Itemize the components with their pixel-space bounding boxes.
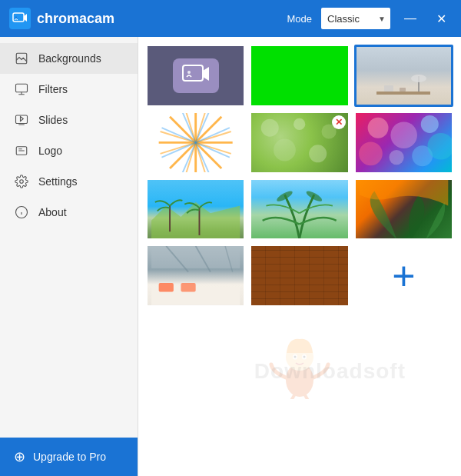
close-button[interactable]: ✕ <box>430 8 452 29</box>
svg-point-1 <box>15 17 17 18</box>
svg-point-36 <box>359 141 383 165</box>
background-thumb-brick[interactable] <box>250 245 349 307</box>
svg-rect-10 <box>376 92 430 95</box>
mode-selector[interactable]: Classic Virtual Custom ▼ <box>321 8 390 29</box>
background-thumb-interior[interactable] <box>146 245 245 307</box>
logo-icon <box>9 8 31 29</box>
sidebar-item-about[interactable]: About <box>0 197 138 228</box>
svg-rect-4 <box>16 115 28 124</box>
sidebar-item-filters[interactable]: Filters <box>0 74 138 105</box>
mode-label: Mode <box>287 13 312 25</box>
background-thumb-tropical[interactable] <box>354 178 453 241</box>
filters-icon <box>14 82 29 97</box>
svg-rect-3 <box>16 84 28 92</box>
app-name: chromacam <box>37 11 114 27</box>
chromacam-logo-icon <box>173 58 219 93</box>
mode-select[interactable]: Classic Virtual Custom <box>321 8 390 29</box>
background-thumb-sunburst[interactable] <box>146 112 245 174</box>
plus-icon: + <box>392 256 415 296</box>
sidebar-item-settings[interactable]: Settings <box>0 166 138 197</box>
app-logo: chromacam <box>9 8 287 29</box>
background-thumb-green[interactable] <box>250 45 349 107</box>
filters-label: Filters <box>38 83 68 95</box>
add-background-button[interactable]: + <box>354 245 453 307</box>
about-icon <box>14 205 29 220</box>
slides-label: Slides <box>38 114 68 126</box>
main-layout: Backgrounds Filters Sl <box>0 37 461 476</box>
svg-point-12 <box>411 75 426 82</box>
background-thumb-palm-sunny[interactable] <box>146 178 245 241</box>
upgrade-circle-icon: ⊕ <box>14 448 25 465</box>
background-thumb-logo[interactable] <box>146 45 245 107</box>
svg-point-43 <box>305 189 323 203</box>
mascot-figure <box>265 330 334 399</box>
background-thumb-palm-close[interactable] <box>250 178 349 241</box>
titlebar: chromacam Mode Classic Virtual Custom ▼ … <box>0 0 461 37</box>
upgrade-label: Upgrade to Pro <box>33 451 106 463</box>
sidebar-item-slides[interactable]: Slides <box>0 105 138 135</box>
about-label: About <box>38 206 67 218</box>
delete-badge[interactable]: ✕ <box>332 115 346 129</box>
sidebar-nav: Backgrounds Filters Sl <box>0 37 138 438</box>
background-thumb-color-bokeh[interactable] <box>354 112 453 174</box>
titlebar-controls: Mode Classic Virtual Custom ▼ — ✕ <box>287 8 452 29</box>
settings-label: Settings <box>38 175 78 188</box>
sidebar-item-logo[interactable]: Logo <box>0 135 138 166</box>
logo-nav-icon <box>14 143 29 158</box>
svg-point-37 <box>389 150 403 165</box>
svg-point-32 <box>309 145 327 162</box>
minimize-button[interactable]: — <box>400 8 421 29</box>
svg-point-42 <box>276 189 294 203</box>
svg-point-35 <box>420 115 438 133</box>
svg-rect-0 <box>13 13 24 22</box>
background-thumb-room[interactable] <box>354 45 453 107</box>
backgrounds-grid: ✕ <box>138 37 461 315</box>
svg-rect-50 <box>181 284 195 293</box>
sidebar-item-backgrounds[interactable]: Backgrounds <box>0 43 138 74</box>
svg-point-56 <box>303 356 306 358</box>
svg-rect-13 <box>384 85 393 92</box>
content-area: ✕ <box>138 37 461 476</box>
svg-point-29 <box>294 118 305 130</box>
upgrade-button[interactable]: ⊕ Upgrade to Pro <box>0 438 138 476</box>
logo-label: Logo <box>38 145 62 157</box>
svg-point-9 <box>187 71 191 74</box>
svg-rect-49 <box>159 284 174 293</box>
background-thumb-bokeh[interactable]: ✕ <box>250 112 349 174</box>
backgrounds-icon <box>14 51 29 66</box>
svg-point-28 <box>261 119 279 137</box>
svg-point-34 <box>390 121 417 148</box>
svg-point-6 <box>20 180 24 184</box>
svg-point-55 <box>294 356 297 358</box>
svg-point-33 <box>367 118 388 138</box>
mascot-area <box>138 315 461 422</box>
svg-rect-8 <box>183 65 203 81</box>
svg-point-31 <box>274 138 296 161</box>
slides-icon <box>14 112 29 128</box>
backgrounds-label: Backgrounds <box>38 52 101 65</box>
svg-rect-14 <box>400 88 406 92</box>
sidebar: Backgrounds Filters Sl <box>0 37 138 476</box>
settings-icon <box>14 174 29 189</box>
